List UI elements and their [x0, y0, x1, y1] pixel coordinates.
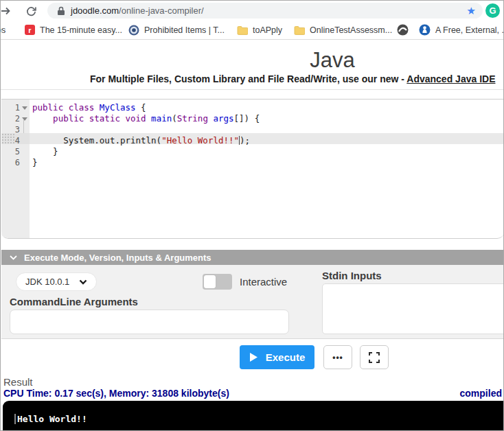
line-number-row: 5 — [1, 146, 30, 157]
page-title: Java — [310, 48, 354, 73]
code-line-4: System.out.println("Hello World!!"); — [32, 135, 504, 146]
ellipsis-icon: ••• — [332, 353, 343, 362]
code-editor[interactable]: 1 2 3 4 5 6 public class MyClass { publi… — [1, 99, 504, 239]
interactive-label: Interactive — [240, 276, 287, 288]
terminal-output-text: Hello World!! — [17, 414, 87, 424]
bookmark-globe[interactable] — [397, 21, 413, 39]
chevron-down-icon — [10, 255, 17, 260]
terminal-output-line: Hello World!! — [14, 414, 87, 424]
bookmark-label: Prohibited Items | T... — [144, 25, 225, 35]
bookmark-prohibited-items[interactable]: Prohibited Items | T... — [128, 21, 225, 39]
bookmark-label: OnlineTestAssessm... — [310, 25, 392, 35]
fold-arrow-icon[interactable] — [22, 106, 27, 110]
code-content: public class MyClass { public static voi… — [32, 102, 504, 168]
editor-gutter: 1 2 3 4 5 6 — [1, 100, 30, 238]
line-number-row: 3 — [1, 124, 30, 135]
code-line-3 — [32, 124, 504, 135]
compile-status: compiled — [460, 388, 502, 399]
refresh-icon — [25, 5, 37, 17]
browser-toolbar: jdoodle.com/online-java-compiler/ ★ G — [1, 1, 503, 21]
bookmark-onlinetest[interactable]: OnlineTestAssessm... — [294, 21, 392, 39]
line-number-row: 1 — [1, 102, 30, 113]
commandline-label: CommandLine Arguments — [10, 296, 138, 307]
interactive-toggle[interactable] — [203, 274, 232, 290]
indent-guide — [23, 120, 24, 133]
bookmark-toapply[interactable]: toAPply — [237, 21, 282, 39]
header-divider — [1, 89, 503, 90]
actions-row: Execute ••• — [1, 340, 504, 375]
commandline-input[interactable] — [10, 310, 289, 334]
fullscreen-button[interactable] — [360, 345, 389, 369]
jdk-version-select[interactable]: JDK 10.0.1 — [16, 272, 97, 291]
code-line-5: } — [32, 146, 504, 157]
toggle-knob — [204, 275, 216, 288]
globe-icon — [397, 24, 409, 36]
result-title: Result — [3, 376, 33, 388]
line-numbers: 1 2 3 4 5 6 — [1, 102, 30, 168]
fullscreen-icon — [369, 352, 380, 363]
bookmark-apps-clipped[interactable]: ps — [0, 21, 5, 39]
chevron-down-icon — [79, 279, 87, 285]
cpu-memory-stats: CPU Time: 0.17 sec(s), Memory: 31808 kil… — [3, 388, 229, 399]
section-title: Execute Mode, Version, Inputs & Argument… — [24, 253, 211, 263]
line-number-row: 2 — [1, 113, 30, 124]
bookmark-star-icon[interactable]: ★ — [467, 5, 476, 16]
stdin-label: Stdin Inputs — [322, 270, 382, 281]
output-terminal[interactable]: Hello World!! — [3, 401, 503, 430]
bookmark-label: toAPply — [253, 25, 282, 35]
execute-mode-section-header[interactable]: Execute Mode, Version, Inputs & Argument… — [1, 250, 504, 265]
bookmark-15-minute[interactable]: r The 15-minute easy... — [25, 21, 122, 39]
jdk-version-value: JDK 10.0.1 — [25, 277, 69, 287]
refresh-button[interactable] — [24, 4, 38, 18]
forward-button[interactable] — [0, 4, 12, 18]
url-text: jdoodle.com/online-java-compiler/ — [71, 5, 204, 16]
reddit-favicon-icon: r — [25, 25, 35, 35]
folder-icon — [294, 25, 305, 35]
play-icon — [249, 352, 258, 362]
code-line-6: } — [32, 157, 504, 168]
forward-arrow-icon — [0, 5, 12, 17]
bookmark-a-free-external[interactable]: A Free, External, .N — [419, 21, 504, 39]
more-options-button[interactable]: ••• — [323, 345, 352, 369]
bookmarks-bar: ps r The 15-minute easy... Prohibited It… — [1, 21, 503, 40]
stdin-input[interactable] — [322, 283, 504, 334]
url-path: /online-java-compiler/ — [119, 5, 204, 16]
seal-favicon-icon — [128, 25, 139, 36]
folder-icon — [237, 25, 248, 35]
bookmark-label: The 15-minute easy... — [40, 25, 122, 35]
grammarly-extension-icon[interactable]: G — [485, 3, 500, 18]
code-line-1: public class MyClass { — [32, 102, 504, 113]
terminal-cursor — [14, 414, 16, 424]
bookmark-label: A Free, External, .N — [435, 25, 504, 35]
execute-button[interactable]: Execute — [240, 345, 314, 369]
page-subtitle: For Multiple Files, Custom Library and F… — [90, 73, 495, 84]
code-line-2: public static void main(String args[]) { — [32, 113, 504, 124]
line-number-row: 4 — [1, 135, 30, 146]
url-domain: jdoodle.com — [71, 5, 119, 16]
line-number-row: 6 — [1, 157, 30, 168]
controls-panel: JDK 10.0.1 Interactive Stdin Inputs Comm… — [1, 265, 504, 339]
blue-globe-favicon-icon — [419, 24, 431, 36]
address-bar[interactable]: jdoodle.com/online-java-compiler/ ★ — [47, 3, 483, 19]
lock-icon[interactable] — [57, 6, 65, 16]
browser-window: jdoodle.com/online-java-compiler/ ★ G ps… — [0, 0, 504, 431]
advanced-java-ide-link[interactable]: Advanced Java IDE — [406, 73, 495, 84]
